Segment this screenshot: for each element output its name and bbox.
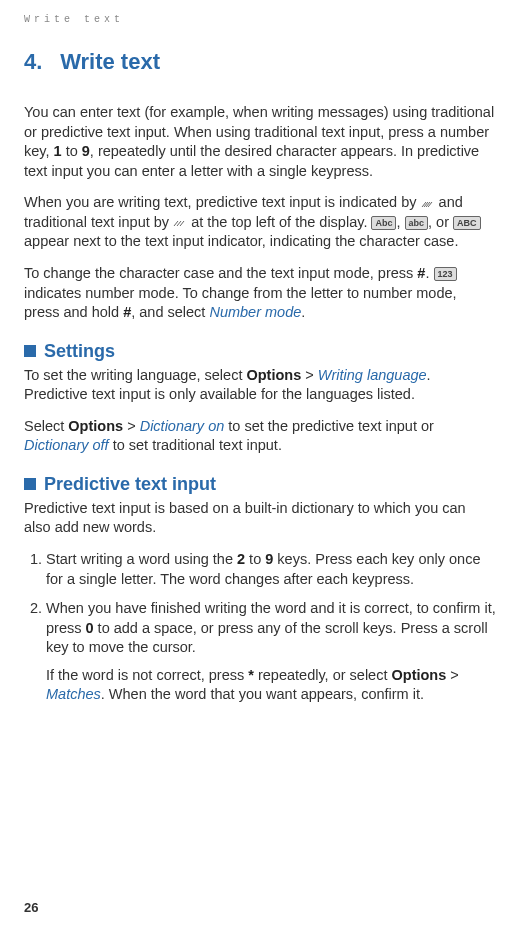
section-bullet-icon — [24, 478, 36, 490]
predictive-heading: Predictive text input — [24, 474, 496, 495]
options-softkey: Options — [392, 667, 447, 683]
page-number: 26 — [24, 900, 38, 915]
case-ABC-icon: ABC — [453, 216, 481, 230]
intro-paragraph-1: You can enter text (for example, when wr… — [24, 103, 496, 181]
options-softkey: Options — [246, 367, 301, 383]
case-abc-icon: abc — [405, 216, 429, 230]
settings-paragraph-2: Select Options > Dictionary on to set th… — [24, 417, 496, 456]
number-mode-icon: 123 — [434, 267, 457, 281]
matches-option: Matches — [46, 686, 101, 702]
intro-paragraph-3: To change the character case and the tex… — [24, 264, 496, 323]
chapter-name: Write text — [60, 49, 160, 74]
predictive-lead: Predictive text input is based on a buil… — [24, 499, 496, 538]
step-2: When you have finished writing the word … — [46, 599, 496, 705]
number-mode-option: Number mode — [209, 304, 301, 320]
chapter-title: 4. Write text — [24, 49, 496, 75]
step-1: Start writing a word using the 2 to 9 ke… — [46, 550, 496, 589]
running-header: Write text — [24, 14, 496, 25]
traditional-lines-icon — [173, 217, 187, 228]
intro-paragraph-2: When you are writing text, predictive te… — [24, 193, 496, 252]
step-2-sub: If the word is not correct, press * repe… — [46, 666, 496, 705]
dictionary-on-option: Dictionary on — [140, 418, 225, 434]
options-softkey: Options — [68, 418, 123, 434]
settings-heading: Settings — [24, 341, 496, 362]
chapter-number: 4. — [24, 49, 54, 75]
predictive-lines-icon — [421, 198, 435, 209]
section-bullet-icon — [24, 345, 36, 357]
settings-paragraph-1: To set the writing language, select Opti… — [24, 366, 496, 405]
dictionary-off-option: Dictionary off — [24, 437, 109, 453]
predictive-steps: Start writing a word using the 2 to 9 ke… — [24, 550, 496, 705]
writing-language-option: Writing language — [318, 367, 427, 383]
case-Abc-icon: Abc — [371, 216, 396, 230]
